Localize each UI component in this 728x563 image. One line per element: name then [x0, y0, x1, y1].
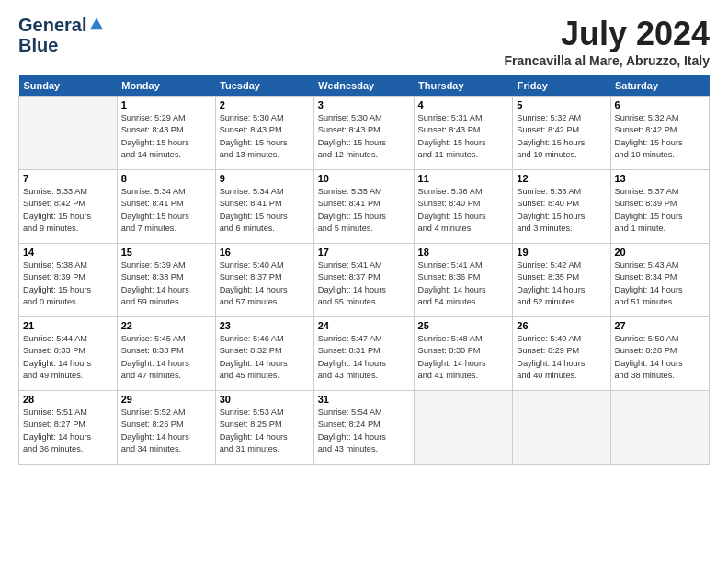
day-cell: 27Sunrise: 5:50 AM Sunset: 8:28 PM Dayli…: [610, 317, 710, 391]
day-info: Sunrise: 5:43 AM Sunset: 8:34 PM Dayligh…: [615, 259, 706, 308]
logo-icon: [88, 15, 105, 31]
day-number: 4: [418, 99, 509, 110]
day-info: Sunrise: 5:34 AM Sunset: 8:41 PM Dayligh…: [121, 186, 211, 235]
day-cell: 14Sunrise: 5:38 AM Sunset: 8:39 PM Dayli…: [19, 244, 118, 317]
day-cell: 21Sunrise: 5:44 AM Sunset: 8:33 PM Dayli…: [19, 317, 118, 391]
day-number: 11: [418, 173, 509, 184]
svg-marker-0: [90, 18, 103, 30]
day-cell: 9Sunrise: 5:34 AM Sunset: 8:41 PM Daylig…: [215, 170, 313, 244]
day-number: 5: [517, 99, 606, 110]
day-info: Sunrise: 5:42 AM Sunset: 8:35 PM Dayligh…: [517, 259, 606, 308]
day-info: Sunrise: 5:34 AM Sunset: 8:41 PM Dayligh…: [220, 186, 310, 235]
week-row-3: 14Sunrise: 5:38 AM Sunset: 8:39 PM Dayli…: [19, 244, 710, 317]
day-cell: 28Sunrise: 5:51 AM Sunset: 8:27 PM Dayli…: [19, 391, 118, 465]
day-cell: 22Sunrise: 5:45 AM Sunset: 8:33 PM Dayli…: [117, 317, 215, 391]
day-cell: [513, 391, 610, 465]
title-block: July 2024 Francavilla al Mare, Abruzzo, …: [504, 15, 710, 68]
day-cell: 24Sunrise: 5:47 AM Sunset: 8:31 PM Dayli…: [313, 317, 414, 391]
day-number: 9: [220, 173, 310, 184]
day-number: 26: [517, 320, 606, 331]
day-info: Sunrise: 5:40 AM Sunset: 8:37 PM Dayligh…: [220, 259, 310, 308]
day-cell: [414, 391, 513, 465]
col-header-tuesday: Tuesday: [215, 75, 313, 97]
calendar-table: SundayMondayTuesdayWednesdayThursdayFrid…: [18, 75, 710, 465]
day-number: 28: [23, 394, 113, 405]
day-cell: 29Sunrise: 5:52 AM Sunset: 8:26 PM Dayli…: [117, 391, 215, 465]
calendar-header-row: SundayMondayTuesdayWednesdayThursdayFrid…: [19, 75, 710, 97]
location: Francavilla al Mare, Abruzzo, Italy: [504, 53, 710, 68]
day-number: 18: [418, 247, 509, 258]
day-info: Sunrise: 5:46 AM Sunset: 8:32 PM Dayligh…: [220, 333, 310, 382]
day-number: 25: [418, 320, 509, 331]
day-number: 31: [318, 394, 410, 405]
day-info: Sunrise: 5:45 AM Sunset: 8:33 PM Dayligh…: [121, 333, 211, 382]
day-info: Sunrise: 5:36 AM Sunset: 8:40 PM Dayligh…: [517, 186, 606, 235]
day-info: Sunrise: 5:50 AM Sunset: 8:28 PM Dayligh…: [615, 333, 706, 382]
day-number: 12: [517, 173, 606, 184]
day-number: 30: [220, 394, 310, 405]
day-info: Sunrise: 5:53 AM Sunset: 8:25 PM Dayligh…: [220, 407, 310, 455]
day-cell: 16Sunrise: 5:40 AM Sunset: 8:37 PM Dayli…: [215, 244, 313, 317]
day-cell: 3Sunrise: 5:30 AM Sunset: 8:43 PM Daylig…: [313, 97, 414, 170]
day-cell: 6Sunrise: 5:32 AM Sunset: 8:42 PM Daylig…: [610, 97, 710, 170]
day-cell: 5Sunrise: 5:32 AM Sunset: 8:42 PM Daylig…: [513, 97, 610, 170]
day-cell: 26Sunrise: 5:49 AM Sunset: 8:29 PM Dayli…: [513, 317, 610, 391]
day-cell: 18Sunrise: 5:41 AM Sunset: 8:36 PM Dayli…: [414, 244, 513, 317]
day-cell: 20Sunrise: 5:43 AM Sunset: 8:34 PM Dayli…: [610, 244, 710, 317]
col-header-thursday: Thursday: [414, 75, 513, 97]
day-number: 20: [615, 247, 706, 258]
day-cell: 25Sunrise: 5:48 AM Sunset: 8:30 PM Dayli…: [414, 317, 513, 391]
week-row-1: 1Sunrise: 5:29 AM Sunset: 8:43 PM Daylig…: [19, 97, 710, 170]
day-info: Sunrise: 5:39 AM Sunset: 8:38 PM Dayligh…: [121, 259, 211, 308]
day-number: 14: [23, 247, 113, 258]
day-info: Sunrise: 5:31 AM Sunset: 8:43 PM Dayligh…: [418, 112, 509, 161]
day-info: Sunrise: 5:54 AM Sunset: 8:24 PM Dayligh…: [318, 407, 410, 455]
day-number: 6: [615, 99, 706, 110]
day-cell: 13Sunrise: 5:37 AM Sunset: 8:39 PM Dayli…: [610, 170, 710, 244]
day-info: Sunrise: 5:36 AM Sunset: 8:40 PM Dayligh…: [418, 186, 509, 235]
logo-text: General: [18, 15, 105, 35]
day-cell: [19, 97, 118, 170]
col-header-friday: Friday: [513, 75, 610, 97]
day-number: 29: [121, 394, 211, 405]
month-title: July 2024: [504, 15, 710, 53]
page: General Blue July 2024 Francavilla al Ma…: [0, 0, 728, 563]
day-number: 1: [121, 99, 211, 110]
day-info: Sunrise: 5:32 AM Sunset: 8:42 PM Dayligh…: [517, 112, 606, 161]
day-info: Sunrise: 5:35 AM Sunset: 8:41 PM Dayligh…: [318, 186, 410, 235]
day-cell: 2Sunrise: 5:30 AM Sunset: 8:43 PM Daylig…: [215, 97, 313, 170]
day-info: Sunrise: 5:41 AM Sunset: 8:37 PM Dayligh…: [318, 259, 410, 308]
day-info: Sunrise: 5:44 AM Sunset: 8:33 PM Dayligh…: [23, 333, 113, 382]
day-cell: 30Sunrise: 5:53 AM Sunset: 8:25 PM Dayli…: [215, 391, 313, 465]
col-header-wednesday: Wednesday: [313, 75, 414, 97]
day-info: Sunrise: 5:49 AM Sunset: 8:29 PM Dayligh…: [517, 333, 606, 382]
day-number: 8: [121, 173, 211, 184]
day-number: 3: [318, 99, 410, 110]
day-info: Sunrise: 5:33 AM Sunset: 8:42 PM Dayligh…: [23, 186, 113, 235]
day-cell: 10Sunrise: 5:35 AM Sunset: 8:41 PM Dayli…: [313, 170, 414, 244]
day-number: 16: [220, 247, 310, 258]
week-row-2: 7Sunrise: 5:33 AM Sunset: 8:42 PM Daylig…: [19, 170, 710, 244]
day-number: 10: [318, 173, 410, 184]
day-info: Sunrise: 5:38 AM Sunset: 8:39 PM Dayligh…: [23, 259, 113, 308]
day-number: 17: [318, 247, 410, 258]
day-info: Sunrise: 5:51 AM Sunset: 8:27 PM Dayligh…: [23, 407, 113, 455]
day-number: 21: [23, 320, 113, 331]
day-cell: 8Sunrise: 5:34 AM Sunset: 8:41 PM Daylig…: [117, 170, 215, 244]
day-number: 24: [318, 320, 410, 331]
day-info: Sunrise: 5:30 AM Sunset: 8:43 PM Dayligh…: [220, 112, 310, 161]
day-cell: 19Sunrise: 5:42 AM Sunset: 8:35 PM Dayli…: [513, 244, 610, 317]
week-row-5: 28Sunrise: 5:51 AM Sunset: 8:27 PM Dayli…: [19, 391, 710, 465]
day-number: 27: [615, 320, 706, 331]
day-info: Sunrise: 5:47 AM Sunset: 8:31 PM Dayligh…: [318, 333, 410, 382]
day-info: Sunrise: 5:32 AM Sunset: 8:42 PM Dayligh…: [615, 112, 706, 161]
day-info: Sunrise: 5:41 AM Sunset: 8:36 PM Dayligh…: [418, 259, 509, 308]
day-cell: 7Sunrise: 5:33 AM Sunset: 8:42 PM Daylig…: [19, 170, 118, 244]
week-row-4: 21Sunrise: 5:44 AM Sunset: 8:33 PM Dayli…: [19, 317, 710, 391]
day-cell: 31Sunrise: 5:54 AM Sunset: 8:24 PM Dayli…: [313, 391, 414, 465]
day-cell: 11Sunrise: 5:36 AM Sunset: 8:40 PM Dayli…: [414, 170, 513, 244]
day-number: 13: [615, 173, 706, 184]
day-cell: 12Sunrise: 5:36 AM Sunset: 8:40 PM Dayli…: [513, 170, 610, 244]
day-info: Sunrise: 5:29 AM Sunset: 8:43 PM Dayligh…: [121, 112, 211, 161]
header: General Blue July 2024 Francavilla al Ma…: [18, 15, 710, 68]
